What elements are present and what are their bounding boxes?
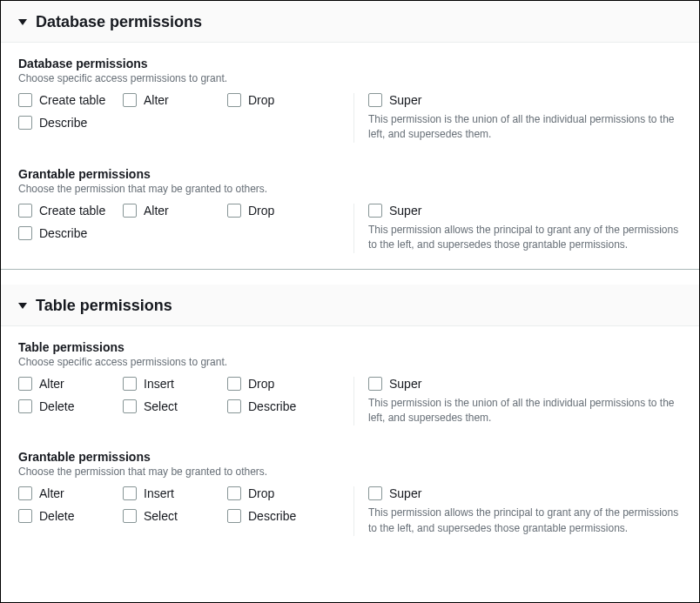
- checkbox-describe[interactable]: Describe: [227, 399, 332, 413]
- checkbox-label: Super: [389, 204, 421, 218]
- checkbox-insert[interactable]: Insert: [123, 486, 227, 500]
- checkbox-icon[interactable]: [368, 377, 382, 391]
- section-title: Grantable permissions: [18, 167, 682, 181]
- caret-down-icon: [18, 303, 27, 309]
- checkbox-label: Alter: [144, 93, 169, 107]
- checkbox-label: Alter: [39, 486, 64, 500]
- checkbox-super[interactable]: Super: [368, 486, 682, 500]
- checkbox-label: Drop: [248, 486, 274, 500]
- checkbox-select[interactable]: Select: [123, 509, 227, 523]
- super-description: This permission allows the principal to …: [368, 223, 682, 253]
- checkbox-super[interactable]: Super: [368, 377, 682, 391]
- database-permissions-panel: Database permissions Database permission…: [1, 1, 699, 269]
- checkbox-icon[interactable]: [227, 509, 241, 523]
- checkbox-label: Describe: [39, 226, 87, 240]
- table-permissions-section: Table permissions Choose specific access…: [18, 340, 682, 426]
- checkbox-icon[interactable]: [18, 377, 32, 391]
- checkbox-icon[interactable]: [18, 226, 32, 240]
- section-subtitle: Choose the permission that may be grante…: [18, 466, 682, 478]
- checkbox-icon[interactable]: [123, 509, 137, 523]
- checkbox-alter[interactable]: Alter: [18, 486, 123, 500]
- database-panel-title: Database permissions: [36, 13, 202, 31]
- checkbox-drop[interactable]: Drop: [227, 204, 332, 218]
- checkbox-icon[interactable]: [18, 509, 32, 523]
- super-description: This permission allows the principal to …: [368, 506, 682, 536]
- checkbox-label: Drop: [248, 377, 274, 391]
- checkbox-label: Drop: [248, 204, 274, 218]
- checkbox-icon[interactable]: [123, 399, 137, 413]
- caret-down-icon: [18, 19, 27, 25]
- checkbox-icon[interactable]: [123, 93, 137, 107]
- checkbox-drop[interactable]: Drop: [227, 377, 332, 391]
- super-description: This permission is the union of all the …: [368, 112, 682, 143]
- checkbox-icon[interactable]: [227, 377, 241, 391]
- checkbox-icon[interactable]: [18, 116, 32, 130]
- checkbox-alter[interactable]: Alter: [123, 204, 227, 218]
- checkbox-icon[interactable]: [368, 486, 382, 500]
- checkbox-icon[interactable]: [123, 486, 137, 500]
- checkbox-delete[interactable]: Delete: [18, 509, 123, 523]
- checkbox-create-table[interactable]: Create table: [18, 93, 123, 107]
- database-panel-header[interactable]: Database permissions: [1, 1, 699, 43]
- section-subtitle: Choose the permission that may be grante…: [18, 183, 682, 195]
- section-title: Table permissions: [18, 340, 682, 354]
- checkbox-icon[interactable]: [18, 399, 32, 413]
- checkbox-icon[interactable]: [227, 204, 241, 218]
- checkbox-label: Super: [389, 377, 421, 391]
- checkbox-icon[interactable]: [227, 486, 241, 500]
- checkbox-drop[interactable]: Drop: [227, 486, 332, 500]
- checkbox-create-table[interactable]: Create table: [18, 204, 123, 218]
- checkbox-icon[interactable]: [368, 93, 382, 107]
- checkbox-label: Alter: [144, 204, 169, 218]
- checkbox-label: Delete: [39, 509, 74, 523]
- checkbox-icon[interactable]: [227, 93, 241, 107]
- database-grantable-section: Grantable permissions Choose the permiss…: [18, 167, 682, 253]
- checkbox-describe[interactable]: Describe: [227, 509, 332, 523]
- checkbox-select[interactable]: Select: [123, 399, 227, 413]
- table-panel-header[interactable]: Table permissions: [1, 285, 699, 326]
- database-panel-body: Database permissions Choose specific acc…: [1, 43, 699, 269]
- section-title: Grantable permissions: [18, 450, 682, 464]
- checkbox-label: Select: [144, 509, 178, 523]
- checkbox-super[interactable]: Super: [368, 204, 682, 218]
- table-grantable-section: Grantable permissions Choose the permiss…: [18, 450, 682, 536]
- checkbox-label: Create table: [39, 93, 105, 107]
- table-panel-body: Table permissions Choose specific access…: [1, 326, 699, 553]
- checkbox-icon[interactable]: [18, 93, 32, 107]
- checkbox-label: Create table: [39, 204, 105, 218]
- checkbox-icon[interactable]: [123, 377, 137, 391]
- checkbox-label: Insert: [144, 486, 174, 500]
- checkbox-describe[interactable]: Describe: [18, 226, 123, 240]
- checkbox-label: Alter: [39, 377, 64, 391]
- checkbox-delete[interactable]: Delete: [18, 399, 123, 413]
- checkbox-label: Describe: [39, 116, 87, 130]
- checkbox-label: Super: [389, 93, 421, 107]
- checkbox-label: Select: [144, 399, 178, 413]
- checkbox-label: Describe: [248, 399, 296, 413]
- checkbox-super[interactable]: Super: [368, 93, 682, 107]
- section-subtitle: Choose specific access permissions to gr…: [18, 72, 682, 84]
- database-permissions-section: Database permissions Choose specific acc…: [18, 57, 682, 143]
- section-title: Database permissions: [18, 57, 682, 70]
- checkbox-drop[interactable]: Drop: [227, 93, 332, 107]
- checkbox-icon[interactable]: [368, 204, 382, 218]
- checkbox-label: Delete: [39, 399, 74, 413]
- checkbox-alter[interactable]: Alter: [18, 377, 123, 391]
- checkbox-icon[interactable]: [18, 486, 32, 500]
- checkbox-label: Drop: [248, 93, 274, 107]
- checkbox-label: Super: [389, 486, 421, 500]
- checkbox-label: Insert: [144, 377, 174, 391]
- checkbox-label: Describe: [248, 509, 296, 523]
- checkbox-alter[interactable]: Alter: [123, 93, 227, 107]
- checkbox-insert[interactable]: Insert: [123, 377, 227, 391]
- table-permissions-panel: Table permissions Table permissions Choo…: [1, 285, 699, 553]
- checkbox-icon[interactable]: [227, 399, 241, 413]
- section-subtitle: Choose specific access permissions to gr…: [18, 356, 682, 368]
- checkbox-describe[interactable]: Describe: [18, 116, 123, 130]
- checkbox-icon[interactable]: [18, 204, 32, 218]
- checkbox-icon[interactable]: [123, 204, 137, 218]
- table-panel-title: Table permissions: [36, 297, 172, 315]
- super-description: This permission is the union of all the …: [368, 396, 682, 426]
